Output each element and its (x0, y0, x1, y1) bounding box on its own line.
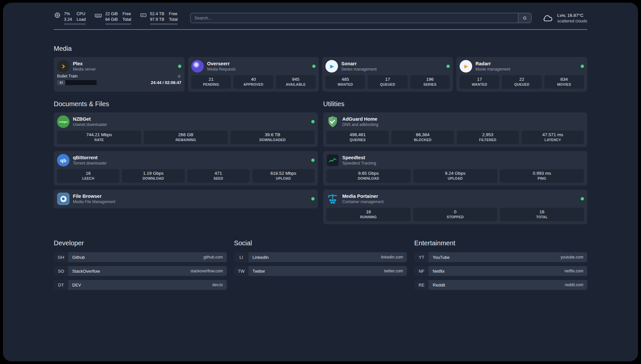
playback-progress-bar[interactable] (57, 80, 97, 85)
disk-icon (140, 12, 147, 19)
filebrowser-card[interactable]: File Browser Media File Management (54, 190, 318, 208)
service-subtitle: Usenet downloader (73, 122, 107, 127)
adguard-card[interactable]: AdGuard Home DNS and adblocking 498,461 … (323, 112, 587, 147)
weather-location: Lviv, 16.87°C (557, 13, 587, 18)
speedtest-icon (326, 154, 339, 167)
qbittorrent-card[interactable]: qb qBittorrent Torrent downloader 16 LEE… (54, 151, 318, 186)
pause-button[interactable] (57, 80, 65, 85)
service-name: Media Portainer (342, 193, 383, 199)
settings-gear-icon[interactable] (177, 74, 181, 78)
nzbget-card[interactable]: nzbget NZBGet Usenet downloader 744.21 M… (54, 112, 318, 147)
disk-total-value: 97.9 TB (150, 17, 165, 22)
stat-label: SERIES (411, 82, 449, 87)
stat-value: 1.19 Gbps (123, 170, 184, 176)
stat-value: 0 (414, 209, 497, 215)
disk-usage-bar (150, 23, 178, 25)
documents-column: Documents & Files nzbget NZBGet Usenet d… (54, 92, 318, 208)
service-name: Overseerr (207, 61, 236, 67)
service-subtitle: Series management (341, 67, 377, 72)
stat-label: UPLOAD (414, 176, 497, 181)
stat-value: 16 (501, 209, 583, 215)
portainer-card[interactable]: Media Portainer Container management 16 … (323, 190, 587, 224)
stat-value: 16 (327, 209, 410, 215)
stat-label: PING (501, 176, 583, 181)
bookmark-name: DEV (72, 283, 81, 288)
stat-value: 498,461 (327, 132, 388, 138)
stat-tile: 47.571 ms LATENCY (522, 131, 584, 144)
stat-value: 86,384 (392, 132, 453, 138)
service-subtitle: Media Requests (207, 67, 236, 72)
stat-tile: 0 STOPPED (413, 208, 497, 221)
stat-value: 618.52 Mbps (253, 170, 314, 176)
weather-condition: scattered clouds (557, 18, 587, 24)
stat-label: AVAILABLE (277, 82, 315, 87)
status-dot (311, 159, 315, 162)
cpu-percent: 7% (64, 11, 72, 17)
now-playing-title: Bullet Train (57, 74, 78, 78)
service-name: Speedtest (342, 155, 376, 161)
bookmark-domain: netflix.com (565, 269, 583, 273)
stat-tile: 471 SEED (187, 169, 250, 183)
stat-value: 2,953 (457, 132, 518, 138)
bookmark-youtube[interactable]: YT YouTube youtube.com (414, 252, 587, 262)
plex-icon (57, 60, 70, 73)
search-provider-button[interactable]: G (518, 13, 531, 23)
bookmark-dev[interactable]: DT DEV dev.to (54, 280, 227, 290)
adguard-shield-icon (326, 115, 339, 128)
memory-usage-bar (105, 23, 131, 25)
disk-free-label: Free (169, 11, 177, 17)
stat-tile: 17 QUEUED (368, 75, 407, 89)
bookmark-abbr: RE (414, 280, 429, 290)
sonarr-card[interactable]: Sonarr Series management 485 WANTED 17 Q… (322, 57, 453, 92)
speedtest-card[interactable]: Speedtest Speedtest Tracking 9.65 Gbps D… (323, 151, 587, 186)
overseerr-card[interactable]: Overseerr Media Requests 21 PENDING 40 A… (188, 57, 319, 92)
memory-free-value: 22 GiB (105, 11, 118, 17)
stat-tile: 21 PENDING (191, 75, 231, 89)
cpu-label: CPU (76, 11, 86, 17)
stat-label: QUEUED (368, 82, 407, 87)
stat-value: 196 (411, 76, 449, 82)
stat-tile: 9.24 Gbps UPLOAD (413, 169, 497, 183)
bookmarks-developer: Developer GH Github github.com SO StackO… (54, 239, 227, 294)
filebrowser-icon (57, 193, 70, 205)
bookmark-github[interactable]: GH Github github.com (54, 252, 227, 262)
status-dot (581, 65, 584, 68)
cpu-load-label: Load (76, 17, 86, 22)
stat-tile: 40 APPROVED (233, 75, 273, 89)
section-title-utilities: Utilities (323, 100, 587, 108)
stat-tile: 945 AVAILABLE (276, 75, 316, 89)
stat-tile: 16 TOTAL (500, 208, 584, 221)
search-input[interactable] (190, 13, 532, 23)
stat-label: MOVIES (545, 82, 583, 87)
stat-label: DOWNLOAD (123, 176, 184, 181)
stat-value: 39.6 TB (231, 132, 314, 138)
service-subtitle: Media server (73, 67, 96, 72)
bookmark-linkedin[interactable]: LI LinkedIn linkedin.com (234, 252, 407, 262)
stat-label: UPLOAD (253, 176, 314, 181)
bookmark-netflix[interactable]: NF Netflix netflix.com (414, 266, 587, 276)
service-name: Sonarr (341, 61, 377, 67)
memory-widget: 22 GiB 64 GiB Free Total (94, 11, 131, 25)
plex-card[interactable]: Plex Media server Bullet Train (54, 57, 185, 92)
stat-value: 17 (460, 76, 499, 82)
bookmark-name: Twitter (253, 269, 265, 274)
portainer-crane-icon (326, 193, 339, 205)
bookmark-reddit[interactable]: RE Reddit reddit.com (414, 280, 587, 290)
bookmark-abbr: YT (414, 252, 429, 262)
bookmark-stackoverflow[interactable]: SO StackOverflow stackoverflow.com (54, 266, 227, 276)
bookmark-domain: dev.to (212, 283, 223, 287)
stat-label: APPROVED (234, 82, 272, 87)
bookmark-abbr: DT (54, 280, 68, 290)
stat-value: 21 (192, 76, 230, 82)
section-title-media: Media (54, 45, 587, 52)
radarr-card[interactable]: Radarr Movie management 17 WANTED 22 QUE… (456, 57, 587, 92)
stat-label: STOPPED (414, 215, 497, 219)
stat-label: LATENCY (522, 138, 583, 142)
stat-tile: 744.21 Mbps RATE (57, 131, 141, 144)
bookmark-twitter[interactable]: TW Twitter twitter.com (234, 266, 407, 276)
stat-tile: 618.52 Mbps UPLOAD (252, 169, 315, 183)
search-bar: G (190, 13, 532, 23)
stat-tile: 22 QUEUED (502, 75, 541, 89)
stat-tile: 16 LEECH (57, 169, 119, 183)
bookmark-domain: twitter.com (384, 269, 403, 273)
